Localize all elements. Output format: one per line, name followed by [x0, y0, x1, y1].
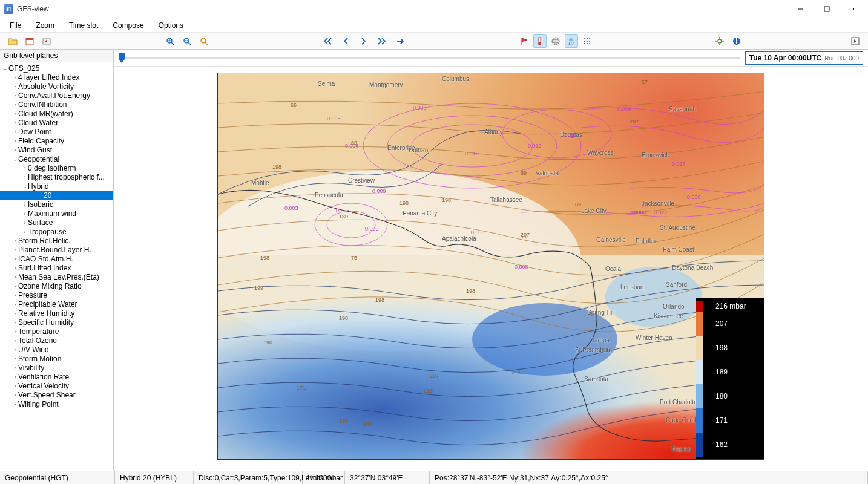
- settings-icon[interactable]: [713, 34, 726, 48]
- expand-panel-icon[interactable]: [849, 34, 862, 48]
- pink-label: 0.027: [654, 209, 668, 215]
- tree[interactable]: ⌄GFS_025 ›4 layer Lifted Index›Absolute …: [0, 62, 113, 471]
- chevron-right-icon: ›: [12, 102, 18, 108]
- zoom-in-icon[interactable]: [163, 34, 177, 48]
- zoom-out-icon[interactable]: [180, 34, 194, 48]
- tree-label: Vertical Velocity: [18, 382, 69, 390]
- globe-icon[interactable]: [549, 34, 562, 48]
- tree-item[interactable]: ›Ventilation Rate: [0, 372, 113, 381]
- tree-label: Total Ozone: [18, 336, 57, 345]
- maximize-button[interactable]: [818, 3, 835, 15]
- tree-item[interactable]: ›Mean Sea Lev.Pres.(Eta): [0, 272, 113, 281]
- tree-item[interactable]: ›Absolute Vorticity: [0, 82, 113, 91]
- tree-item[interactable]: ›Cloud Water: [0, 118, 113, 127]
- prev-frame-icon[interactable]: [339, 34, 352, 48]
- tree-item[interactable]: ›Storm Rel.Helic.: [0, 236, 113, 245]
- tree-item[interactable]: ›U/V Wind: [0, 345, 113, 354]
- chevron-right-icon: ›: [12, 392, 18, 398]
- tree-label: Storm Rel.Helic.: [18, 237, 71, 245]
- tree-item[interactable]: ›Conv.INhibition: [0, 100, 113, 109]
- time-slider-track[interactable]: [119, 57, 740, 59]
- svg-rect-1: [824, 7, 829, 11]
- menu-options[interactable]: Options: [153, 20, 189, 31]
- pink-label: 0.003: [327, 116, 341, 122]
- tree-item[interactable]: ›Pressure: [0, 290, 113, 299]
- precipitation-icon[interactable]: [565, 34, 578, 48]
- tree-item[interactable]: ›Vert.Speed Shear: [0, 390, 113, 399]
- tree-item[interactable]: ›Relative Humidity: [0, 309, 113, 318]
- open-file-icon[interactable]: [6, 34, 19, 48]
- tree-item[interactable]: ›Total Ozone: [0, 336, 113, 345]
- status-grid: Pos:28°37'N,-83°-52'E Ny:31,Nx:37 Δy:0.2…: [430, 471, 868, 484]
- tree-item[interactable]: ›Maximum wind: [0, 209, 113, 218]
- tree-item[interactable]: ›Specific Humidity: [0, 318, 113, 327]
- tree-item[interactable]: ›Dew Point: [0, 127, 113, 136]
- chevron-right-icon: ›: [12, 274, 18, 280]
- tree-item[interactable]: ›Isobaric: [0, 200, 113, 209]
- city-label: Montgomery: [369, 82, 403, 88]
- time-slider-bar: Tue 10 Apr 00:00UTC Run 00z 000: [114, 50, 868, 67]
- svg-point-26: [584, 41, 585, 42]
- minimize-button[interactable]: [792, 3, 809, 15]
- tree-item[interactable]: ›Wilting Point: [0, 399, 113, 408]
- tree-item[interactable]: ›4 layer Lifted Index: [0, 73, 113, 82]
- tree-label: Mean Sea Lev.Pres.(Eta): [18, 273, 99, 281]
- tree-item[interactable]: ›Conv.Avail.Pot.Energy: [0, 91, 113, 100]
- time-slider-thumb[interactable]: [119, 53, 125, 63]
- tree-item[interactable]: ›Vertical Velocity: [0, 381, 113, 390]
- next-frame-icon[interactable]: [357, 34, 370, 48]
- contour-label: 153: [339, 418, 348, 424]
- tree-item[interactable]: ›0 deg isotherm: [0, 163, 113, 172]
- tree-label: Ventilation Rate: [18, 373, 69, 381]
- first-frame-icon[interactable]: [321, 34, 334, 48]
- play-icon[interactable]: [393, 34, 407, 48]
- legend-value: 189: [703, 368, 728, 376]
- tree-item[interactable]: ›Storm Motion: [0, 354, 113, 363]
- refresh-map-icon[interactable]: [40, 34, 53, 48]
- tree-item[interactable]: ›Highest tropospheric f...: [0, 172, 113, 182]
- tree-item[interactable]: ›Tropopause: [0, 227, 113, 236]
- tree-item[interactable]: ›Ozone Mixing Ratio: [0, 281, 113, 290]
- tree-root[interactable]: ⌄GFS_025: [0, 64, 113, 73]
- chevron-right-icon: ›: [12, 120, 18, 126]
- city-label: Selma: [318, 80, 335, 87]
- temperature-icon[interactable]: [533, 34, 547, 48]
- tree-item[interactable]: ›Temperature: [0, 327, 113, 336]
- tree-item[interactable]: ›ICAO Std.Atm.H.: [0, 254, 113, 263]
- grid-icon[interactable]: [580, 34, 594, 48]
- city-label: Palm Coast: [663, 246, 694, 253]
- tree-item[interactable]: ›Surf.Lifted Index: [0, 263, 113, 272]
- city-label: Brunswick: [642, 152, 669, 159]
- tree-item[interactable]: ›Cloud MR(water): [0, 109, 113, 118]
- calendar-icon[interactable]: [23, 34, 36, 48]
- tree-geopotential[interactable]: ⌄Geopotential: [0, 154, 113, 163]
- pink-label: 0.030: [687, 194, 701, 200]
- close-button[interactable]: [845, 3, 862, 15]
- menu-file[interactable]: File: [4, 20, 27, 31]
- tree-item[interactable]: ›Planet.Bound.Layer H.: [0, 245, 113, 254]
- tree-item[interactable]: ›Visibility: [0, 363, 113, 372]
- contour-label: 207: [630, 119, 639, 125]
- toolbar: i: [0, 33, 868, 50]
- menu-compose[interactable]: Compose: [107, 20, 150, 31]
- tree-item[interactable]: 20: [0, 191, 113, 200]
- tree-item[interactable]: ›Precipitable Water: [0, 299, 113, 309]
- status-param: Geopotential (HGT): [0, 471, 115, 484]
- tree-label: Surf.Lifted Index: [18, 264, 71, 272]
- last-frame-icon[interactable]: [375, 34, 389, 48]
- weather-map[interactable]: SelmaMontgomeryColumbusAlbanyDouglasSava…: [217, 73, 764, 460]
- wind-flag-icon[interactable]: [518, 34, 531, 48]
- tree-item[interactable]: ›Field Capacity: [0, 136, 113, 145]
- zoom-fit-icon[interactable]: [197, 34, 211, 48]
- statusbar: Geopotential (HGT) Hybrid 20 (HYBL) Disc…: [0, 471, 868, 484]
- legend-value: 198: [703, 344, 728, 352]
- menu-zoom[interactable]: Zoom: [30, 20, 61, 31]
- menu-timeslot[interactable]: Time slot: [63, 20, 104, 31]
- info-icon[interactable]: i: [730, 34, 743, 48]
- tree-label: Field Capacity: [18, 137, 64, 145]
- legend-value: 171: [703, 416, 728, 425]
- tree-item[interactable]: ›Surface: [0, 218, 113, 227]
- tree-item[interactable]: ⌄Hybrid: [0, 182, 113, 191]
- city-label: Port Charlotte: [660, 399, 697, 405]
- tree-item[interactable]: ›Wind Gust: [0, 145, 113, 154]
